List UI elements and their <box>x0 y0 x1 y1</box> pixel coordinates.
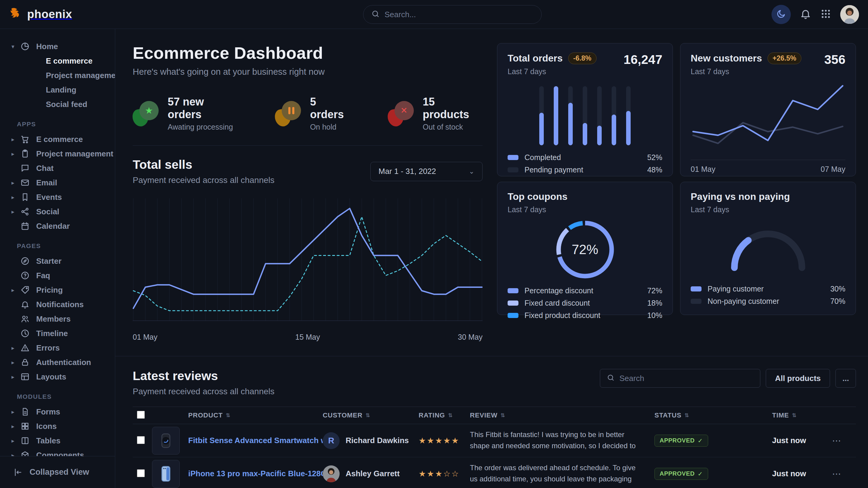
product-thumbnail-smartwatch[interactable] <box>152 427 180 455</box>
new-customers-x-axis: 01 May 07 May <box>691 160 845 174</box>
sidebar-item-ecommerce-home[interactable]: E commerce <box>0 54 115 68</box>
lock-icon <box>21 358 30 367</box>
caret-right-icon: ▸ <box>11 373 21 380</box>
envelope-icon <box>21 178 30 187</box>
global-search[interactable] <box>363 5 542 24</box>
sidebar-item-errors[interactable]: ▸ Errors <box>0 340 115 355</box>
sidebar-item-components[interactable]: ▸ Components <box>0 448 115 456</box>
pie-chart-icon <box>21 42 30 51</box>
collapse-view-button[interactable]: Collapsed View <box>13 467 89 477</box>
sidebar-section-pages: PAGES <box>0 233 115 254</box>
brand-logo[interactable]: phoenix <box>9 7 72 22</box>
sidebar: ▾ Home E commerce Project management Lan… <box>0 29 115 488</box>
sidebar-item-calendar[interactable]: Calendar <box>0 219 115 233</box>
review-text: The order was delivered ahead of schedul… <box>470 462 654 486</box>
column-rating[interactable]: RATING⇅ <box>418 412 470 419</box>
sidebar-footer: Collapsed View <box>0 456 115 488</box>
user-avatar[interactable] <box>840 5 859 24</box>
stat-new-orders: ★ 57 new orders Awating processing <box>133 96 239 131</box>
sidebar-item-social[interactable]: ▸ Social <box>0 204 115 219</box>
table-icon <box>21 436 30 445</box>
caret-down-icon: ▾ <box>11 43 21 50</box>
column-customer[interactable]: CUSTOMER⇅ <box>323 412 418 419</box>
sidebar-item-pricing[interactable]: ▸ Pricing <box>0 283 115 297</box>
paying-vs-non-paying-card: Paying vs non paying Last 7 days Paying … <box>680 182 856 315</box>
sidebar-item-home[interactable]: ▾ Home <box>0 39 115 54</box>
row-checkbox[interactable] <box>137 436 145 444</box>
reviews-search-input[interactable] <box>619 374 753 383</box>
column-time[interactable]: TIME⇅ <box>772 412 817 419</box>
new-customers-chart: 01 May 07 May <box>691 76 845 174</box>
column-product[interactable]: PRODUCT⇅ <box>188 412 323 419</box>
clipboard-icon <box>21 149 30 158</box>
sidebar-item-landing[interactable]: Landing <box>0 83 115 97</box>
total-sells-chart: 01 May 15 May 30 May <box>133 197 483 341</box>
sidebar-item-events[interactable]: ▸ Events <box>0 190 115 204</box>
sidebar-item-email[interactable]: ▸ Email <box>0 175 115 190</box>
check-icon: ✓ <box>698 437 703 444</box>
total-orders-value: 16,247 <box>624 53 662 67</box>
sidebar-item-notifications[interactable]: Notifications <box>0 297 115 312</box>
calendar-icon <box>21 222 30 231</box>
sidebar-item-members[interactable]: Members <box>0 312 115 326</box>
caret-right-icon: ▸ <box>11 287 21 294</box>
row-checkbox[interactable] <box>137 469 145 477</box>
reviews-more-button[interactable]: ... <box>835 369 856 388</box>
page-title: Ecommerce Dashboard <box>133 43 483 63</box>
sidebar-item-icons[interactable]: ▸ Icons <box>0 419 115 433</box>
sidebar-item-tables[interactable]: ▸ Tables <box>0 433 115 448</box>
total-sells-subtitle: Payment received across all channels <box>133 175 275 185</box>
reviews-search[interactable] <box>600 369 760 388</box>
column-review[interactable]: REVIEW⇅ <box>470 412 654 419</box>
sidebar-item-chat[interactable]: Chat <box>0 161 115 175</box>
sidebar-item-project-management-app[interactable]: ▸ Project management <box>0 147 115 161</box>
paying-gauge-svg <box>726 223 810 274</box>
top-coupons-legend: Percentage discount72% Fixed card discou… <box>507 286 662 320</box>
product-thumbnail-iphone[interactable] <box>152 460 180 488</box>
product-link[interactable]: Fitbit Sense Advanced Smartwatch with To… <box>188 436 323 445</box>
row-actions-button[interactable]: ⋯ <box>817 435 856 446</box>
sort-icon: ⇅ <box>501 412 505 419</box>
latest-reviews-section: Latest reviews Payment received across a… <box>133 356 856 488</box>
theme-toggle-button[interactable] <box>772 5 791 24</box>
column-status[interactable]: STATUS⇅ <box>654 412 772 419</box>
apps-menu-button[interactable] <box>820 8 831 20</box>
select-all-checkbox[interactable] <box>137 411 145 419</box>
moon-icon <box>776 9 786 20</box>
clock-icon <box>21 329 30 338</box>
row-actions-button[interactable]: ⋯ <box>817 468 856 479</box>
top-coupons-card: Top coupons Last 7 days 72% Percentage d… <box>497 182 673 315</box>
grid-icon <box>21 422 30 431</box>
compass-icon <box>21 257 30 265</box>
customer-cell: Ashley Garrett <box>323 465 418 482</box>
sidebar-item-faq[interactable]: Faq <box>0 268 115 283</box>
total-sells-chart-svg <box>133 197 483 327</box>
brand-name: phoenix <box>27 8 72 21</box>
customer-avatar-photo <box>323 465 340 482</box>
sidebar-item-timeline[interactable]: Timeline <box>0 326 115 340</box>
search-icon <box>371 10 380 19</box>
product-link[interactable]: iPhone 13 pro max-Pacific Blue-128GB sto… <box>188 469 323 478</box>
top-coupons-donut-chart: 72% <box>507 216 662 283</box>
donut-center-label: 72% <box>571 242 598 257</box>
sidebar-item-social-feed[interactable]: Social feed <box>0 97 115 111</box>
sidebar-item-layouts[interactable]: ▸ Layouts <box>0 369 115 384</box>
date-range-select[interactable]: Mar 1 - 31, 2022 ⌄ <box>370 162 483 181</box>
sidebar-item-ecommerce-app[interactable]: ▸ E commerce <box>0 132 115 147</box>
caret-right-icon: ▸ <box>11 208 21 215</box>
reviews-table: PRODUCT⇅ CUSTOMER⇅ RATING⇅ REVIEW⇅ STATU… <box>133 406 856 488</box>
header-divider <box>133 145 483 145</box>
sidebar-item-starter[interactable]: Starter <box>0 254 115 268</box>
all-products-filter-button[interactable]: All products <box>766 369 830 388</box>
sidebar-item-project-management-home[interactable]: Project management <box>0 68 115 83</box>
sidebar-item-forms[interactable]: ▸ Forms <box>0 404 115 419</box>
rating-stars: ★★★★★ <box>418 436 470 446</box>
notifications-button[interactable] <box>800 8 811 21</box>
phoenix-logo-icon <box>9 7 23 22</box>
global-search-input[interactable] <box>384 10 533 19</box>
sidebar-item-authentication[interactable]: ▸ Authentication <box>0 355 115 369</box>
pause-icon <box>275 101 302 126</box>
total-orders-card: Total orders -6.8% Last 7 days 16,247 Co… <box>497 43 673 176</box>
total-sells-header: Total sells Payment received across all … <box>133 158 483 185</box>
new-customers-card: New customers +26.5% Last 7 days 356 01 … <box>680 43 856 176</box>
